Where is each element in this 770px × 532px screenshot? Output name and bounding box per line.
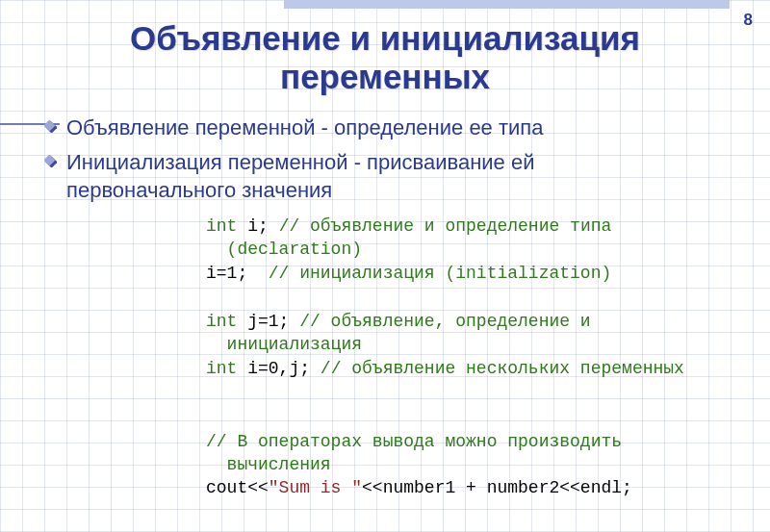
code-line-6: cout<<"Sum is "<<number1 + number2<<endl… <box>206 476 751 499</box>
code-text: i=0,j; <box>237 359 320 378</box>
title-line-2: переменных <box>280 58 490 95</box>
code-text: <<number1 + number2<<endl; <box>362 478 632 497</box>
code-block: int i; // объявление и определение типа … <box>206 215 751 500</box>
code-text: i; <box>237 216 278 236</box>
bullet-text: Инициализация переменной - присваивание … <box>66 148 534 205</box>
slide: 8 Объявление и инициализация переменных … <box>0 0 770 532</box>
bullet-text-line-b: первоначального значения <box>66 178 332 202</box>
comment: // инициализация (initialization) <box>269 264 611 283</box>
code-gap <box>206 285 751 310</box>
keyword-int: int <box>206 216 237 236</box>
bullet-text-line-a: Инициализация переменной - присваивание … <box>66 150 534 174</box>
comment: (declaration) <box>227 240 362 259</box>
diamond-bullet-icon <box>44 120 57 133</box>
code-text: j=1; <box>237 312 299 331</box>
code-line-5: // В операторах вывода можно производить <box>206 430 751 453</box>
comment: // объявление, определение и <box>299 312 590 331</box>
string-literal: "Sum is " <box>269 478 362 497</box>
code-line-1-cont: (declaration) <box>206 238 751 261</box>
bullet-text: Объявление переменной - определение ее т… <box>66 114 543 142</box>
code-line-3-cont: инициализация <box>206 333 751 356</box>
top-accent-bar <box>284 0 730 9</box>
slide-body: Объявление переменной - определение ее т… <box>44 114 751 500</box>
bullet-item-1: Объявление переменной - определение ее т… <box>44 114 751 142</box>
comment: // объявление и определение типа <box>279 216 612 236</box>
diamond-bullet-icon <box>44 155 57 167</box>
slide-title: Объявление и инициализация переменных <box>0 19 770 97</box>
keyword-int: int <box>206 312 237 331</box>
comment: // В операторах вывода можно производить <box>206 432 622 451</box>
code-line-2: i=1; // инициализация (initialization) <box>206 262 751 285</box>
code-text: i=1; <box>206 264 269 283</box>
bullet-item-2: Инициализация переменной - присваивание … <box>44 148 751 205</box>
comment: инициализация <box>227 335 362 354</box>
code-line-1: int i; // объявление и определение типа <box>206 215 751 238</box>
code-line-5-cont: вычисления <box>206 453 751 476</box>
keyword-int: int <box>206 359 237 378</box>
code-gap <box>206 380 751 430</box>
comment: вычисления <box>227 455 331 474</box>
code-text: cout<< <box>206 478 269 497</box>
comment: // объявление нескольких переменных <box>321 359 684 378</box>
title-line-1: Объявление и инициализация <box>130 19 640 57</box>
code-line-4: int i=0,j; // объявление нескольких пере… <box>206 357 751 380</box>
code-line-3: int j=1; // объявление, определение и <box>206 310 751 333</box>
